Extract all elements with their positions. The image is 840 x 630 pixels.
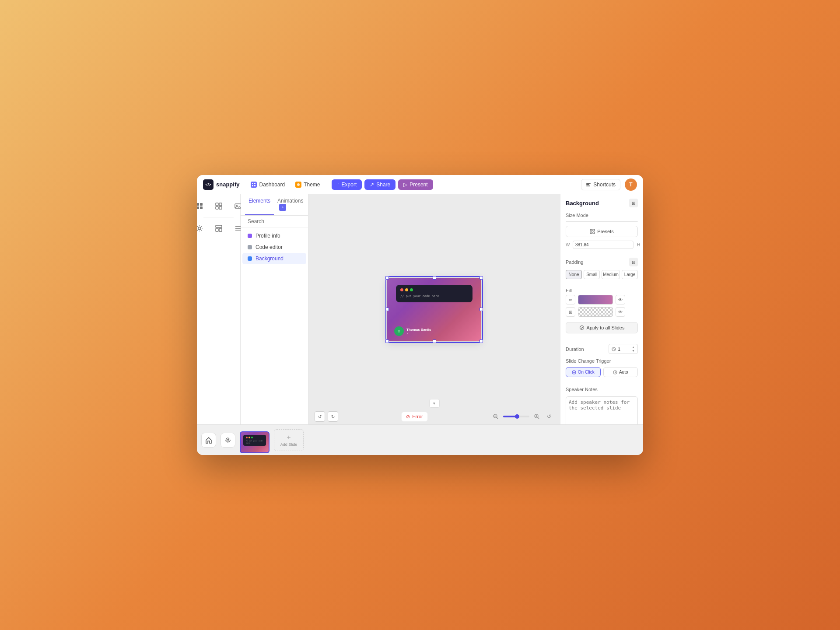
fill-section: Fill ✏ 👁 ⊞ 👁 bbox=[560, 286, 643, 318]
fill-image-visibility-button[interactable]: 👁 bbox=[616, 307, 625, 317]
svg-rect-7 bbox=[586, 186, 590, 186]
height-field: H bbox=[637, 241, 643, 249]
slide-thumbnail[interactable]: // put your code here bbox=[240, 431, 270, 453]
nav-theme[interactable]: Theme bbox=[291, 179, 324, 190]
undo-button[interactable]: ↺ bbox=[315, 411, 325, 422]
clock-icon bbox=[612, 347, 616, 351]
sidebar-grid-icon[interactable] bbox=[197, 199, 208, 214]
redo-button[interactable]: ↻ bbox=[328, 411, 338, 422]
present-button[interactable]: ▷ Present bbox=[398, 179, 433, 190]
sidebar-components-icon[interactable] bbox=[210, 199, 228, 214]
duration-input[interactable] bbox=[618, 346, 630, 352]
dashboard-icon bbox=[251, 182, 257, 188]
trigger-auto-button[interactable]: Auto bbox=[603, 367, 638, 377]
gear-icon bbox=[224, 437, 231, 444]
sidebar-settings-icon[interactable] bbox=[197, 221, 208, 236]
logo-icon: </> bbox=[203, 179, 214, 190]
fixed-mode-button[interactable]: Fixed bbox=[566, 222, 602, 222]
padding-label: Padding bbox=[566, 259, 583, 265]
fill-visibility-button[interactable]: 👁 bbox=[616, 295, 625, 304]
svg-point-18 bbox=[198, 227, 201, 230]
resize-handle-ml[interactable] bbox=[385, 308, 389, 311]
svg-point-44 bbox=[573, 371, 574, 373]
fill-image-button[interactable]: ⊞ bbox=[566, 307, 575, 317]
padding-toggle-row: None Small Medium Large bbox=[566, 270, 638, 279]
share-button[interactable]: ↗ Share bbox=[364, 179, 396, 190]
resize-handle-br[interactable] bbox=[480, 340, 483, 343]
zoom-fill bbox=[503, 416, 516, 417]
expand-button[interactable]: ▾ bbox=[429, 399, 440, 408]
main-layout: Elements Animations + bbox=[197, 194, 643, 424]
home-button[interactable] bbox=[201, 433, 216, 448]
profile-sub: ✕ bbox=[406, 332, 431, 335]
apply-all-slides-button[interactable]: Apply to all Slides bbox=[566, 322, 638, 333]
tab-animations[interactable]: Animations + bbox=[274, 194, 307, 215]
right-panel-expand-button[interactable]: ⊞ bbox=[629, 199, 638, 207]
size-mode-label: Size Mode bbox=[560, 210, 643, 220]
speaker-notes-textarea[interactable] bbox=[566, 396, 638, 424]
profile-avatar: T bbox=[394, 326, 404, 336]
code-editor-element[interactable]: // put your code here bbox=[396, 285, 472, 302]
svg-rect-35 bbox=[590, 229, 592, 231]
resize-handle-tl[interactable] bbox=[385, 276, 389, 280]
zoom-in-button[interactable] bbox=[532, 412, 542, 421]
dot-red bbox=[400, 288, 403, 291]
search-input[interactable] bbox=[248, 218, 308, 224]
shortcuts-label: Shortcuts bbox=[593, 182, 616, 188]
on-click-label: On Click bbox=[578, 370, 595, 374]
code-line: // put your code here bbox=[400, 294, 468, 299]
svg-rect-11 bbox=[200, 206, 203, 209]
padding-large-button[interactable]: Large bbox=[622, 270, 638, 279]
user-avatar[interactable]: T bbox=[625, 178, 637, 191]
resize-handle-tm[interactable] bbox=[433, 276, 436, 280]
presets-button[interactable]: Presets bbox=[566, 226, 638, 237]
zoom-reset-button[interactable]: ↺ bbox=[544, 412, 554, 421]
topbar-right: Shortcuts T bbox=[581, 178, 637, 191]
width-input[interactable] bbox=[573, 241, 634, 249]
resize-handle-mr[interactable] bbox=[480, 308, 483, 311]
zoom-out-button[interactable] bbox=[491, 412, 500, 421]
svg-rect-2 bbox=[252, 185, 253, 186]
zoom-slider[interactable] bbox=[503, 416, 529, 417]
profile-element[interactable]: T Thomas Sanils ✕ bbox=[394, 326, 431, 336]
svg-rect-13 bbox=[219, 203, 222, 206]
apply-all-label: Apply to all Slides bbox=[587, 325, 625, 330]
svg-rect-36 bbox=[593, 229, 595, 231]
svg-rect-21 bbox=[219, 228, 222, 231]
padding-medium-button[interactable]: Medium bbox=[602, 270, 620, 279]
present-label: Present bbox=[410, 182, 427, 188]
tab-elements[interactable]: Elements bbox=[245, 194, 274, 215]
click-icon bbox=[572, 370, 576, 374]
list-item-profile-info[interactable]: Profile info bbox=[242, 230, 306, 242]
fill-color-bar[interactable] bbox=[578, 295, 613, 304]
svg-rect-9 bbox=[200, 203, 203, 206]
duration-up[interactable]: ▲ bbox=[632, 346, 635, 349]
sidebar-layout-icon[interactable] bbox=[210, 221, 228, 236]
settings-button[interactable] bbox=[220, 433, 235, 448]
nav-dashboard[interactable]: Dashboard bbox=[246, 179, 289, 190]
resize-handle-bm[interactable] bbox=[433, 340, 436, 343]
resize-handle-bl[interactable] bbox=[385, 340, 389, 343]
shortcuts-button[interactable]: Shortcuts bbox=[581, 179, 620, 190]
fill-pen-button[interactable]: ✏ bbox=[566, 295, 575, 304]
trigger-on-click-button[interactable]: On Click bbox=[566, 367, 601, 377]
export-label: Export bbox=[342, 182, 357, 188]
padding-icon-button[interactable]: ⊟ bbox=[629, 258, 638, 266]
auto-mode-button[interactable]: Auto bbox=[602, 222, 638, 222]
add-slide-button[interactable]: + Add Slide bbox=[274, 429, 304, 451]
duration-down[interactable]: ▼ bbox=[632, 349, 635, 352]
list-item-background[interactable]: Background bbox=[242, 253, 306, 264]
padding-small-button[interactable]: Small bbox=[584, 270, 600, 279]
slide-canvas[interactable]: // put your code here T Thomas Sanils ✕ bbox=[387, 278, 481, 341]
editor-dots bbox=[400, 288, 468, 291]
fill-label: Fill bbox=[566, 288, 638, 293]
topbar-nav: Dashboard Theme bbox=[246, 179, 324, 190]
error-badge[interactable]: ⊘ Error bbox=[401, 412, 427, 422]
present-icon: ▷ bbox=[403, 182, 407, 188]
list-item-code-editor[interactable]: Code editor bbox=[242, 242, 306, 253]
svg-line-32 bbox=[538, 417, 539, 419]
export-button[interactable]: ↑ Export bbox=[332, 179, 362, 190]
resize-handle-tr[interactable] bbox=[480, 276, 483, 280]
height-label: H bbox=[637, 242, 642, 247]
padding-none-button[interactable]: None bbox=[566, 270, 582, 279]
